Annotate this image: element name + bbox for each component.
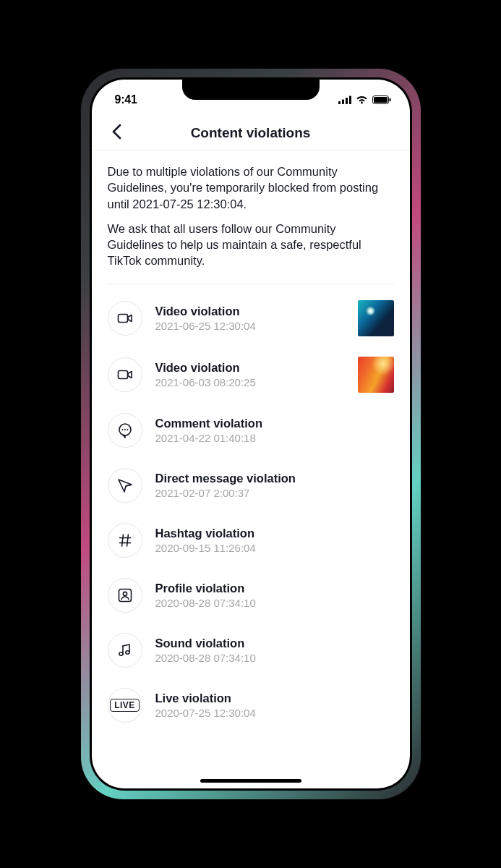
violation-row[interactable]: Hashtag violation2020-09-15 11:26:04 bbox=[108, 513, 394, 568]
page-content[interactable]: Due to multiple violations of our Commun… bbox=[92, 150, 410, 788]
svg-point-11 bbox=[124, 428, 125, 430]
svg-point-12 bbox=[127, 428, 128, 430]
video-icon bbox=[108, 301, 142, 336]
violation-thumbnail bbox=[358, 357, 394, 393]
notch bbox=[182, 80, 320, 100]
violation-thumbnail bbox=[358, 300, 394, 336]
svg-rect-8 bbox=[118, 370, 127, 378]
svg-rect-0 bbox=[338, 101, 341, 104]
battery-icon bbox=[372, 95, 391, 104]
chevron-left-icon bbox=[111, 124, 121, 142]
svg-point-21 bbox=[125, 650, 129, 653]
description-block: Due to multiple violations of our Commun… bbox=[108, 163, 394, 269]
wifi-icon bbox=[356, 95, 368, 104]
status-time: 9:41 bbox=[115, 93, 137, 106]
svg-rect-1 bbox=[342, 100, 344, 105]
comment-icon bbox=[108, 413, 142, 448]
sound-icon bbox=[108, 633, 142, 668]
live-icon: LIVE bbox=[108, 688, 142, 723]
page-title: Content violations bbox=[191, 125, 311, 141]
violation-date: 2021-04-22 01:40:18 bbox=[155, 432, 394, 444]
direct-message-icon bbox=[108, 468, 142, 503]
violation-row[interactable]: Video violation2021-06-25 12:30:04 bbox=[108, 290, 394, 346]
violation-row[interactable]: Profile violation2020-08-28 07:34:10 bbox=[108, 568, 394, 623]
violation-date: 2021-02-07 2:00:37 bbox=[155, 487, 394, 499]
svg-rect-5 bbox=[374, 97, 387, 103]
svg-line-17 bbox=[127, 534, 128, 546]
violation-title: Comment violation bbox=[155, 416, 394, 431]
violation-title: Video violation bbox=[155, 304, 345, 319]
svg-point-10 bbox=[121, 428, 123, 430]
svg-point-19 bbox=[123, 592, 127, 595]
svg-rect-6 bbox=[389, 98, 390, 101]
violation-title: Hashtag violation bbox=[155, 526, 394, 541]
svg-line-16 bbox=[121, 534, 123, 546]
svg-rect-2 bbox=[346, 98, 348, 104]
svg-point-20 bbox=[119, 652, 122, 655]
violation-date: 2020-09-15 11:26:04 bbox=[155, 542, 394, 554]
violation-text: Live violation2020-07-25 12:30:04 bbox=[155, 691, 394, 720]
violation-date: 2021-06-03 08:20:25 bbox=[155, 376, 345, 388]
violations-list: Video violation2021-06-25 12:30:04Video … bbox=[108, 290, 394, 733]
back-button[interactable] bbox=[102, 116, 131, 150]
top-bar: Content violations bbox=[92, 116, 410, 150]
violation-title: Video violation bbox=[155, 360, 345, 375]
violation-date: 2020-07-25 12:30:04 bbox=[155, 707, 394, 719]
status-indicators bbox=[338, 95, 391, 104]
description-line-2: We ask that all users follow our Communi… bbox=[108, 221, 394, 269]
svg-rect-3 bbox=[349, 96, 351, 105]
violation-date: 2021-06-25 12:30:04 bbox=[155, 320, 345, 332]
violation-title: Sound violation bbox=[155, 636, 394, 651]
profile-icon bbox=[108, 578, 142, 613]
phone-frame: 9:41 bbox=[81, 69, 421, 799]
violation-row[interactable]: Video violation2021-06-03 08:20:25 bbox=[108, 346, 394, 403]
violation-text: Hashtag violation2020-09-15 11:26:04 bbox=[155, 526, 394, 555]
violation-text: Sound violation2020-08-28 07:34:10 bbox=[155, 636, 394, 665]
violation-row[interactable]: Comment violation2021-04-22 01:40:18 bbox=[108, 403, 394, 458]
violation-text: Comment violation2021-04-22 01:40:18 bbox=[155, 416, 394, 445]
violation-date: 2020-08-28 07:34:10 bbox=[155, 597, 394, 609]
violation-title: Live violation bbox=[155, 691, 394, 706]
description-line-1: Due to multiple violations of our Commun… bbox=[108, 163, 394, 212]
divider bbox=[108, 284, 394, 284]
violation-date: 2020-08-28 07:34:10 bbox=[155, 652, 394, 664]
svg-rect-7 bbox=[118, 314, 127, 322]
svg-line-13 bbox=[126, 485, 132, 486]
violation-row[interactable]: LIVELive violation2020-07-25 12:30:04 bbox=[108, 678, 394, 733]
phone-inner: 9:41 bbox=[90, 77, 412, 791]
violation-title: Profile violation bbox=[155, 581, 394, 596]
video-icon bbox=[108, 357, 142, 392]
violation-row[interactable]: Direct message violation2021-02-07 2:00:… bbox=[108, 458, 394, 513]
home-indicator[interactable] bbox=[200, 779, 301, 783]
violation-text: Video violation2021-06-03 08:20:25 bbox=[155, 360, 345, 389]
cellular-icon bbox=[338, 95, 351, 104]
violation-text: Direct message violation2021-02-07 2:00:… bbox=[155, 471, 394, 500]
hashtag-icon bbox=[108, 523, 142, 558]
violation-text: Profile violation2020-08-28 07:34:10 bbox=[155, 581, 394, 610]
screen: 9:41 bbox=[92, 80, 410, 788]
violation-title: Direct message violation bbox=[155, 471, 394, 486]
violation-row[interactable]: Sound violation2020-08-28 07:34:10 bbox=[108, 623, 394, 678]
violation-text: Video violation2021-06-25 12:30:04 bbox=[155, 304, 345, 333]
live-badge: LIVE bbox=[110, 699, 140, 712]
